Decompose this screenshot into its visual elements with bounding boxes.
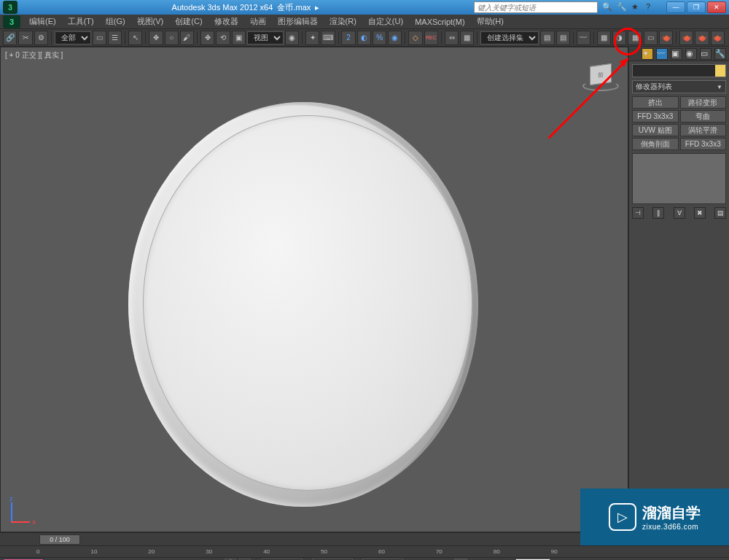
mod-uvw-button[interactable]: UVW 贴图: [632, 124, 679, 136]
manip-icon[interactable]: ✦: [305, 31, 319, 45]
help-icon[interactable]: ?: [646, 2, 656, 12]
snapangle-icon[interactable]: ◐: [357, 31, 371, 45]
utilities-tab-icon[interactable]: 🔧: [714, 48, 726, 60]
mod-ffd2-button[interactable]: FFD 3x3x3: [680, 138, 727, 150]
menu-animation[interactable]: 动画: [244, 16, 272, 27]
activeshade-icon[interactable]: 🫖: [695, 31, 709, 45]
menu-group[interactable]: 组(G): [100, 16, 131, 27]
mirror-icon[interactable]: ⇔: [445, 31, 459, 45]
lasso-icon[interactable]: ○: [165, 31, 179, 45]
pin-stack-icon[interactable]: ⊣: [632, 207, 644, 219]
mod-bend-button[interactable]: 弯曲: [680, 110, 727, 122]
schematic-icon[interactable]: ▦: [597, 31, 611, 45]
menu-customize[interactable]: 自定义(U): [362, 16, 409, 27]
render-preset-icon[interactable]: 🫖: [711, 31, 725, 45]
axis-gizmo: [7, 499, 33, 526]
menu-grapheditors[interactable]: 图形编辑器: [272, 16, 324, 27]
unlink-icon[interactable]: ✂: [18, 31, 32, 45]
star-icon[interactable]: ★: [631, 2, 642, 12]
cursor-icon[interactable]: ↖: [128, 31, 142, 45]
mod-turbo-button[interactable]: 涡轮平滑: [680, 124, 727, 136]
modifier-list-dropdown[interactable]: 修改器列表: [632, 80, 726, 93]
menu-tools[interactable]: 工具(T): [62, 16, 100, 27]
tick: 40: [263, 548, 270, 555]
bind-icon[interactable]: ⚙: [34, 31, 48, 45]
viewport[interactable]: [ + 0 正交 ][ 真实 ] 前: [0, 47, 628, 532]
pivot-icon[interactable]: ◉: [285, 31, 299, 45]
menu-edit[interactable]: 编辑(E): [23, 16, 62, 27]
menu-create[interactable]: 创建(C): [169, 16, 208, 27]
menu-help[interactable]: 帮助(H): [471, 16, 510, 27]
main-toolbar: 🔗 ✂ ⚙ 全部 ▭ ☰ ↖ ✥ ○ 🖌 ✥ ⟲ ▣ 视图 ◉ ✦ ⌨ 2 ◐ …: [0, 29, 729, 47]
paint-icon[interactable]: 🖌: [180, 31, 194, 45]
rendered-frame-icon[interactable]: ▭: [644, 31, 658, 45]
layermanager-icon[interactable]: ▤: [556, 31, 570, 45]
refcoord-dropdown[interactable]: 视图: [247, 31, 284, 44]
editselset-icon[interactable]: ◇: [408, 31, 422, 45]
close-button[interactable]: ✕: [707, 1, 726, 13]
watermark-logo-icon: ▷: [609, 503, 636, 531]
viewcube-compass[interactable]: [582, 81, 619, 91]
scale-icon[interactable]: ▣: [232, 31, 246, 45]
layers-icon[interactable]: ▤: [540, 31, 554, 45]
link-icon[interactable]: 🔗: [3, 31, 17, 45]
configure-icon[interactable]: ▤: [714, 207, 726, 219]
menu-modifiers[interactable]: 修改器: [208, 16, 244, 27]
menu-rendering[interactable]: 渲染(R): [324, 16, 362, 27]
mod-ffd1-button[interactable]: FFD 3x3x3: [632, 110, 679, 122]
menu-bar: 3 编辑(E) 工具(T) 组(G) 视图(V) 创建(C) 修改器 动画 图形…: [0, 15, 729, 29]
wrench-icon[interactable]: 🔧: [617, 2, 627, 12]
spinner-icon[interactable]: ◉: [388, 31, 402, 45]
tick: 70: [436, 548, 443, 555]
watermark-url: zixue.3d66.com: [642, 523, 701, 531]
namedselset-dropdown[interactable]: 创建选择集: [480, 31, 539, 44]
render-iterative-icon[interactable]: 🫖: [679, 31, 693, 45]
mod-pathdeform-button[interactable]: 路径变形: [680, 96, 727, 109]
object-name-field[interactable]: [632, 64, 726, 77]
app-logo-icon: 3: [3, 1, 17, 14]
mod-extrude-button[interactable]: 挤出: [632, 96, 679, 109]
select-object-icon[interactable]: ▭: [93, 31, 106, 45]
modify-tab-icon[interactable]: 〰: [656, 48, 668, 60]
select-by-name-icon[interactable]: ☰: [108, 31, 122, 45]
make-unique-icon[interactable]: ∀: [674, 207, 685, 219]
curve-editor-icon[interactable]: 〰: [577, 31, 590, 45]
maximize-button[interactable]: ❐: [687, 1, 706, 13]
align-icon[interactable]: ▦: [460, 31, 474, 45]
snappct-icon[interactable]: %: [373, 31, 386, 45]
time-slider-handle[interactable]: 0 / 100: [39, 534, 80, 545]
viewport-object-coin[interactable]: [128, 102, 478, 507]
modifier-buttons: 挤出 路径变形 FFD 3x3x3 弯曲 UVW 贴图 涡轮平滑 倒角剖面 FF…: [632, 96, 726, 150]
tick: 10: [90, 548, 97, 555]
material-editor-icon[interactable]: ◑: [612, 31, 626, 45]
modifier-stack[interactable]: [632, 153, 726, 204]
minimize-button[interactable]: —: [666, 1, 685, 13]
move-icon[interactable]: ✥: [200, 31, 214, 45]
rotate-icon[interactable]: ⟲: [216, 31, 230, 45]
search-icon[interactable]: 🔍: [602, 2, 612, 12]
display-tab-icon[interactable]: ▭: [700, 48, 712, 60]
window-controls: — ❐ ✕: [666, 1, 726, 13]
remove-mod-icon[interactable]: ✖: [694, 207, 706, 219]
status-bar: 未选定任何对象 🔒 ▣ X: Y: Z: 栅格 = 0.0mm 🗝 自动关键点 …: [0, 557, 729, 560]
select-move-icon[interactable]: ✥: [149, 31, 163, 45]
help-search-input[interactable]: [474, 1, 598, 13]
render-production-icon[interactable]: 🫖: [659, 31, 673, 45]
create-tab-icon[interactable]: ✦: [642, 48, 653, 60]
mod-bevelprofile-button[interactable]: 倒角剖面: [632, 138, 679, 150]
snap2d-icon[interactable]: 2: [341, 31, 355, 45]
app-menu-icon[interactable]: 3: [3, 15, 20, 28]
timeline-ruler[interactable]: 0 10 20 30 40 50 60 70 80 90: [0, 545, 729, 557]
selection-filter-dropdown[interactable]: 全部: [55, 31, 91, 44]
hierarchy-tab-icon[interactable]: ▣: [671, 48, 682, 60]
viewcube[interactable]: 前: [582, 62, 619, 91]
rec-icon[interactable]: REC: [424, 31, 438, 45]
show-result-icon[interactable]: ‖: [652, 207, 664, 219]
menu-maxscript[interactable]: MAXScript(M): [409, 18, 470, 26]
keymode-icon[interactable]: ⌨: [321, 31, 335, 45]
viewport-label[interactable]: [ + 0 正交 ][ 真实 ]: [5, 50, 63, 61]
render-setup-icon[interactable]: ▦: [628, 31, 642, 45]
stack-controls: ⊣ ‖ ∀ ✖ ▤: [632, 207, 726, 219]
menu-view[interactable]: 视图(V): [131, 16, 170, 27]
motion-tab-icon[interactable]: ◉: [685, 48, 697, 60]
